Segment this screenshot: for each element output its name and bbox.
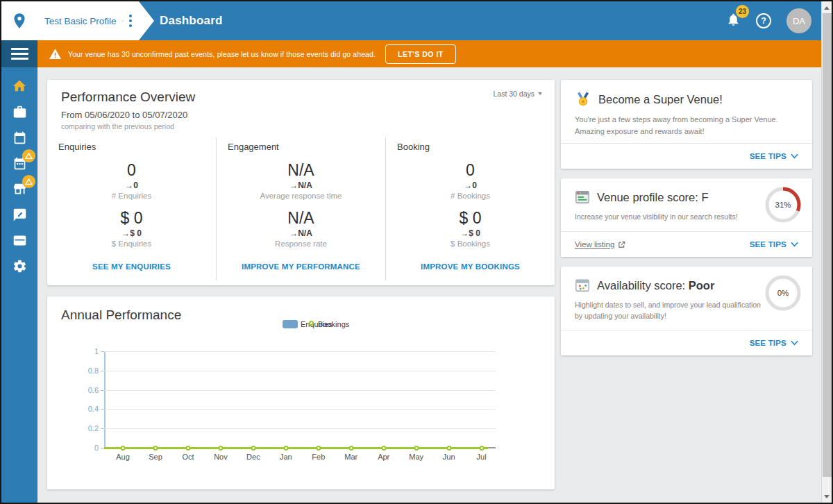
period-selector[interactable]: Last 30 days (493, 90, 542, 98)
app-logo[interactable] (1, 1, 37, 40)
sidebar-item-marketplace[interactable] (11, 180, 28, 197)
performance-overview-header: Performance Overview From 05/06/2020 to … (47, 80, 555, 137)
stat-block: 0 →0 # Bookings (397, 161, 544, 200)
notifications-button[interactable]: 23 (726, 12, 741, 30)
notification-count-badge: 23 (736, 5, 749, 18)
gridline (104, 390, 496, 391)
chevron-down-icon (791, 153, 798, 159)
sidebar-item-settings[interactable] (11, 258, 28, 274)
gridline (104, 371, 496, 371)
stat-caption: Average response time (228, 192, 374, 200)
medal-colored-icon (575, 91, 591, 108)
see-tips-button[interactable]: SEE TIPS (750, 152, 798, 160)
y-axis-tick (101, 390, 104, 391)
y-axis-tick (101, 351, 104, 352)
chart-point-bookings (121, 446, 126, 451)
card-icon (12, 233, 27, 248)
sidebar-item-events[interactable] (11, 155, 28, 171)
x-axis-label: Mar (344, 453, 357, 461)
availability-title-value: Poor (689, 279, 715, 292)
sidebar-item-home[interactable] (11, 78, 28, 94)
help-button[interactable]: ? (756, 13, 771, 28)
availability-title-prefix: Availability score: (597, 279, 689, 292)
scroll-down-button[interactable] (822, 491, 832, 502)
view-listing-label: View listing (575, 240, 614, 249)
chart-point-bookings (218, 446, 223, 451)
lets-do-it-button[interactable]: LET'S DO IT (385, 44, 456, 64)
stat-value: N/A (228, 161, 374, 180)
chart-point-bookings (381, 446, 386, 451)
gridline (104, 409, 496, 410)
column-label: Enquiries (58, 142, 205, 152)
venue-switcher-tab[interactable]: Test Basic Profile (37, 1, 154, 40)
chart-point-bookings (479, 446, 484, 451)
gear-icon (12, 259, 27, 274)
profile-menu-icon[interactable] (128, 12, 133, 30)
availability-score-card: Availability score: Poor Highlight dates… (561, 267, 812, 355)
chart-point-bookings (251, 446, 255, 451)
sidebar-toggle[interactable] (1, 40, 37, 67)
sidebar (1, 67, 37, 503)
annual-performance-card: Annual Performance Enquiries Bookings 00… (47, 296, 555, 489)
stat-delta: →0 (58, 180, 205, 190)
super-venue-card: Become a Super Venue! You're just a few … (561, 80, 812, 169)
view-listing-link[interactable]: View listing (575, 240, 625, 249)
stat-delta: →N/A (228, 228, 374, 238)
super-venue-title: Become a Super Venue! (598, 93, 723, 106)
x-axis-label: Apr (378, 453, 389, 461)
scroll-up-button[interactable] (822, 2, 832, 13)
see-tips-label: SEE TIPS (750, 152, 786, 160)
date-range: From 05/06/2020 to 05/07/2020 (61, 110, 541, 120)
location-pin-icon (10, 12, 28, 30)
calendar-icon (12, 131, 27, 145)
top-bar: Test Basic Profile Dashboard 23 ? DA (1, 1, 821, 40)
availability-score-donut: 0% (765, 275, 801, 311)
venue-listing-icon (575, 190, 590, 205)
stat-caption: # Enquiries (58, 192, 205, 200)
stat-caption: $ Enquiries (58, 240, 205, 248)
topbar-actions: 23 ? DA (726, 1, 811, 40)
scrollbar-thumb[interactable] (823, 13, 832, 477)
sidebar-item-business[interactable] (11, 103, 28, 120)
legend-marker-bookings[interactable] (309, 321, 314, 326)
see-tips-button[interactable]: SEE TIPS (750, 240, 798, 249)
improve-my-bookings-link[interactable]: IMPROVE MY BOOKINGS (397, 262, 544, 271)
super-venue-header: Become a Super Venue! (561, 80, 812, 108)
sidebar-item-billing[interactable] (11, 232, 28, 249)
page-title: Dashboard (160, 1, 223, 40)
stat-caption: $ Bookings (397, 240, 544, 248)
chart-point-bookings (185, 446, 190, 451)
x-axis-label: Jun (443, 453, 455, 461)
sidebar-item-calendar[interactable] (11, 129, 28, 146)
venue-profile-footer: View listing SEE TIPS (561, 231, 812, 257)
chart-point-bookings (283, 446, 288, 451)
stat-value: 0 (397, 161, 544, 180)
y-axis-tick-label: 0.2 (75, 424, 99, 432)
y-axis-tick (101, 448, 104, 448)
super-venue-footer: SEE TIPS (561, 143, 812, 169)
profile-score-donut: 31% (765, 187, 801, 223)
chart-point-bookings (316, 446, 321, 451)
see-tips-button[interactable]: SEE TIPS (750, 339, 798, 347)
stat-block: $ 0 →$ 0 $ Bookings (397, 209, 544, 248)
stat-delta: →N/A (228, 180, 374, 190)
avatar[interactable]: DA (786, 8, 811, 33)
improve-my-performance-link[interactable]: IMPROVE MY PERFORMANCE (228, 262, 374, 271)
legend-swatch-enquiries[interactable] (283, 320, 298, 328)
x-axis-label: Aug (116, 453, 130, 461)
legend-label-bookings[interactable]: Bookings (318, 320, 349, 328)
x-axis-label: Jul (477, 453, 487, 461)
profile-name: Test Basic Profile (44, 16, 117, 26)
x-axis-label: Feb (312, 453, 325, 461)
stat-value: $ 0 (397, 209, 544, 228)
briefcase-icon (12, 105, 27, 119)
x-axis-label: Sep (149, 453, 162, 461)
medal-icon (121, 15, 123, 26)
y-axis-tick-label: 0.6 (75, 386, 99, 394)
alert-banner: Your venue has 30 unconfirmed past event… (37, 40, 821, 67)
y-axis-tick (101, 428, 104, 429)
see-my-enquiries-link[interactable]: SEE MY ENQUIRIES (58, 262, 205, 271)
chart-point-bookings (153, 446, 158, 451)
sidebar-item-reviews[interactable] (11, 206, 28, 223)
engagement-column: Engagement N/A →N/A Average response tim… (216, 137, 385, 280)
